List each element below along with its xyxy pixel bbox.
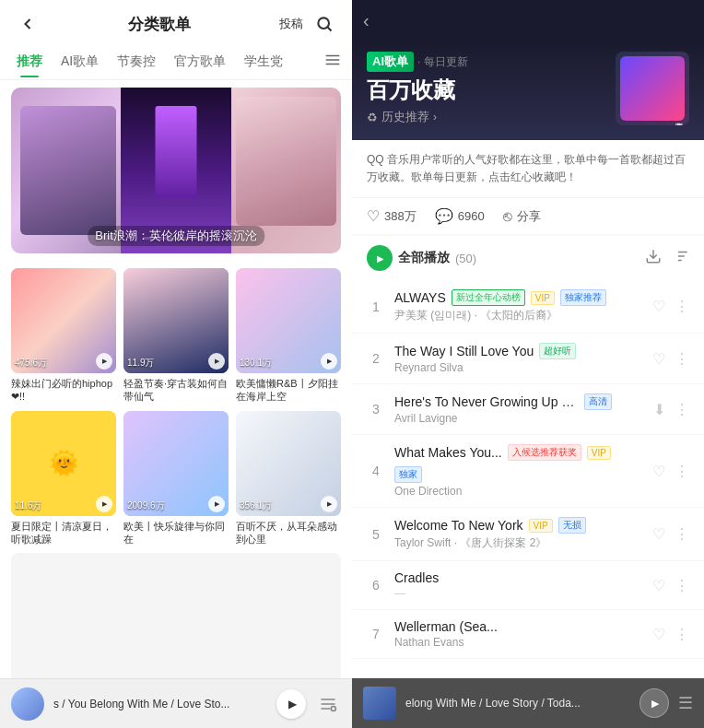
song-info: ALWAYS 新过全年心动榜 VIP 独家推荐 尹美莱 (임미래) · 《太阳的… xyxy=(394,289,643,323)
hero-text: AI歌单 · 每日更新 百万收藏 ♻ 历史推荐 › xyxy=(367,52,604,125)
like-button[interactable]: ♡ 388万 xyxy=(367,207,417,225)
player-thumbnail xyxy=(11,687,44,721)
tab-ai[interactable]: AI歌单 xyxy=(52,46,108,77)
download-song-button[interactable]: ⬇ xyxy=(653,401,665,418)
comment-icon: 💬 xyxy=(435,207,453,225)
left-header: 分类歌单 投稿 xyxy=(0,0,352,44)
song-tag-vip: VIP xyxy=(531,291,555,305)
more-button[interactable]: ⋮ xyxy=(675,626,689,643)
song-tag-vip: VIP xyxy=(587,446,611,460)
song-info: The Way I Still Love You 超好听 Reynard Sil… xyxy=(394,343,643,374)
left-player-bar: s / You Belong With Me / Love Sto... ▶ xyxy=(0,678,352,728)
song-tag-new: 新过全年心动榜 xyxy=(452,289,525,306)
more-button[interactable]: ⋮ xyxy=(675,350,689,368)
table-row[interactable]: 4 What Makes You... 入候选推荐获奖 VIP 独家 One D… xyxy=(352,435,704,508)
player-play-right-button[interactable] xyxy=(639,688,669,718)
tab-menu-icon[interactable] xyxy=(321,44,345,79)
player-track-title: s / You Belong With Me / Love Sto... xyxy=(53,698,267,710)
song-info: Welcome To New York VIP 无损 Taylor Swift … xyxy=(394,517,643,551)
like-song-button[interactable]: ♡ xyxy=(652,577,665,594)
like-song-button[interactable]: ♡ xyxy=(652,298,665,315)
comment-button[interactable]: 💬 6960 xyxy=(435,207,485,225)
tab-student[interactable]: 学生党 xyxy=(235,46,292,77)
song-artist: Taylor Swift · 《唐人街探案 2》 xyxy=(394,535,643,551)
song-actions: ♡ ⋮ xyxy=(652,525,689,543)
song-actions: ♡ ⋮ xyxy=(652,577,689,594)
description-text: QQ 音乐用户常听的人气好歌都在这里，歌单中每一首歌都超过百万收藏。歌单每日更新… xyxy=(367,153,686,183)
song-tag-hd: 无损 xyxy=(558,517,586,534)
svg-point-2 xyxy=(331,706,335,710)
list-item[interactable]: 🌞 11.6万 夏日限定丨清凉夏日，听歌减躁 xyxy=(11,411,116,546)
song-title: The Way I Still Love You xyxy=(394,344,534,358)
search-button[interactable] xyxy=(311,11,337,37)
tab-official[interactable]: 官方歌单 xyxy=(165,46,235,77)
like-song-button[interactable]: ♡ xyxy=(652,525,665,543)
table-row[interactable]: 1 ALWAYS 新过全年心动榜 VIP 独家推荐 尹美莱 (임미래) · 《太… xyxy=(352,280,704,334)
back-button[interactable] xyxy=(15,11,41,37)
song-title-row: Wellerman (Sea... xyxy=(394,619,643,634)
like-song-button[interactable]: ♡ xyxy=(652,626,665,643)
history-icon: ♻ xyxy=(367,111,378,124)
tab-rhythm[interactable]: 节奏控 xyxy=(108,46,165,77)
song-number: 3 xyxy=(367,402,385,417)
more-button[interactable]: ⋮ xyxy=(675,463,689,480)
playlist-grid: 475.6万 辣妹出门必听的hiphop❤!! 11.9万 轻盈节奏·穿古装如何… xyxy=(0,261,352,553)
play-icon[interactable] xyxy=(96,353,112,370)
table-row[interactable]: 6 Cradles — ♡ ⋮ xyxy=(352,561,704,610)
sort-button[interactable] xyxy=(673,248,689,269)
play-icon[interactable] xyxy=(321,496,337,512)
more-button[interactable]: ⋮ xyxy=(675,401,689,418)
play-icon[interactable] xyxy=(321,353,337,370)
featured-banner[interactable]: Brit浪潮：英伦彼岸的摇滚沉沦 xyxy=(11,88,341,253)
song-tag: 入候选推荐获奖 xyxy=(508,444,581,461)
banner-caption: Brit浪潮：英伦彼岸的摇滚沉沦 xyxy=(88,226,264,246)
song-title: Cradles xyxy=(394,570,439,585)
share-button[interactable]: ⎋ 分享 xyxy=(503,208,541,225)
play-icon[interactable] xyxy=(208,496,225,512)
song-title: Wellerman (Sea... xyxy=(394,619,498,634)
song-number: 7 xyxy=(367,627,385,641)
play-icon[interactable] xyxy=(208,353,225,370)
song-title: What Makes You... xyxy=(394,445,502,460)
right-back-button[interactable]: ‹ xyxy=(363,10,370,31)
song-info: Wellerman (Sea... Nathan Evans xyxy=(394,619,643,649)
more-button[interactable]: ⋮ xyxy=(675,525,689,543)
list-item[interactable]: 11.9万 轻盈节奏·穿古装如何自带仙气 xyxy=(123,268,229,404)
like-count: 388万 xyxy=(384,208,417,225)
player-queue-right-button[interactable]: ☰ xyxy=(678,693,693,713)
table-row[interactable]: 5 Welcome To New York VIP 无损 Taylor Swif… xyxy=(352,508,704,561)
song-number: 5 xyxy=(367,527,385,542)
song-actions: ⬇ ⋮ xyxy=(653,401,689,418)
share-label: 分享 xyxy=(517,208,541,225)
song-title-row: The Way I Still Love You 超好听 xyxy=(394,343,643,359)
song-info: Cradles — xyxy=(394,570,643,600)
song-number: 1 xyxy=(367,299,385,314)
song-list: 1 ALWAYS 新过全年心动榜 VIP 独家推荐 尹美莱 (임미래) · 《太… xyxy=(352,280,704,678)
player-thumbnail-right xyxy=(363,687,396,720)
post-button[interactable]: 投稿 xyxy=(278,11,304,37)
hero-subtitle-row[interactable]: ♻ 历史推荐 › xyxy=(367,109,604,125)
list-item[interactable]: 130.1万 欧美慵懒R&B丨夕阳挂在海岸上空 xyxy=(236,268,341,404)
list-item[interactable]: 2009.6万 欧美丨快乐旋律与你同在 xyxy=(123,411,229,546)
play-all-button[interactable]: 全部播放 (50) xyxy=(367,245,476,271)
table-row[interactable]: 2 The Way I Still Love You 超好听 Reynard S… xyxy=(352,334,704,384)
table-row[interactable]: 3 Here's To Never Growing Up (E... 高清 Av… xyxy=(352,384,704,435)
list-item[interactable]: 356.1万 百听不厌，从耳朵感动到心里 xyxy=(236,411,341,546)
like-song-button[interactable]: ♡ xyxy=(652,463,665,480)
download-button[interactable] xyxy=(645,248,662,269)
comment-count: 6960 xyxy=(458,209,485,223)
song-artist: Avril Lavigne xyxy=(394,412,644,425)
more-button[interactable]: ⋮ xyxy=(675,298,689,315)
table-row[interactable]: 7 Wellerman (Sea... Nathan Evans ♡ ⋮ xyxy=(352,610,704,659)
tab-recommend[interactable]: 推荐 xyxy=(7,46,52,77)
list-item[interactable]: 475.6万 辣妹出门必听的hiphop❤!! xyxy=(11,268,116,404)
playlist-thumb-2: 11.9万 xyxy=(123,268,229,373)
play-icon[interactable] xyxy=(96,496,112,512)
song-artist: Nathan Evans xyxy=(394,636,643,649)
hero-badge: AI歌单 · 每日更新 xyxy=(367,52,468,72)
player-play-button[interactable]: ▶ xyxy=(276,689,306,719)
player-queue-button[interactable] xyxy=(315,691,341,717)
hero-top: AI歌单 · 每日更新 百万收藏 ♻ 历史推荐 › xyxy=(367,52,689,125)
like-song-button[interactable]: ♡ xyxy=(652,350,665,368)
more-button[interactable]: ⋮ xyxy=(675,577,689,594)
